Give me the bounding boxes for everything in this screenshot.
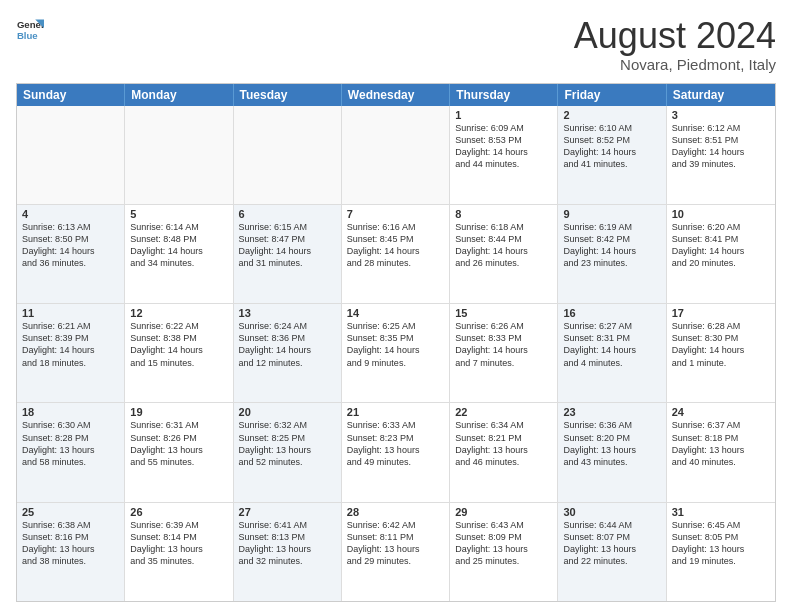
- calendar-cell: 3Sunrise: 6:12 AM Sunset: 8:51 PM Daylig…: [667, 106, 775, 204]
- calendar-cell: 2Sunrise: 6:10 AM Sunset: 8:52 PM Daylig…: [558, 106, 666, 204]
- calendar-cell: 4Sunrise: 6:13 AM Sunset: 8:50 PM Daylig…: [17, 205, 125, 303]
- cell-info: Sunrise: 6:15 AM Sunset: 8:47 PM Dayligh…: [239, 221, 336, 270]
- day-number: 8: [455, 208, 552, 220]
- calendar-cell: 11Sunrise: 6:21 AM Sunset: 8:39 PM Dayli…: [17, 304, 125, 402]
- day-number: 24: [672, 406, 770, 418]
- day-number: 5: [130, 208, 227, 220]
- day-number: 18: [22, 406, 119, 418]
- day-number: 26: [130, 506, 227, 518]
- cell-info: Sunrise: 6:28 AM Sunset: 8:30 PM Dayligh…: [672, 320, 770, 369]
- calendar-cell: [17, 106, 125, 204]
- cell-info: Sunrise: 6:26 AM Sunset: 8:33 PM Dayligh…: [455, 320, 552, 369]
- day-number: 21: [347, 406, 444, 418]
- header-day-monday: Monday: [125, 84, 233, 106]
- cell-info: Sunrise: 6:25 AM Sunset: 8:35 PM Dayligh…: [347, 320, 444, 369]
- calendar-row-4: 18Sunrise: 6:30 AM Sunset: 8:28 PM Dayli…: [17, 403, 775, 502]
- calendar-cell: 8Sunrise: 6:18 AM Sunset: 8:44 PM Daylig…: [450, 205, 558, 303]
- calendar-cell: 7Sunrise: 6:16 AM Sunset: 8:45 PM Daylig…: [342, 205, 450, 303]
- cell-info: Sunrise: 6:12 AM Sunset: 8:51 PM Dayligh…: [672, 122, 770, 171]
- cell-info: Sunrise: 6:19 AM Sunset: 8:42 PM Dayligh…: [563, 221, 660, 270]
- day-number: 29: [455, 506, 552, 518]
- header-day-tuesday: Tuesday: [234, 84, 342, 106]
- calendar-cell: 20Sunrise: 6:32 AM Sunset: 8:25 PM Dayli…: [234, 403, 342, 501]
- header-day-sunday: Sunday: [17, 84, 125, 106]
- header-day-saturday: Saturday: [667, 84, 775, 106]
- cell-info: Sunrise: 6:42 AM Sunset: 8:11 PM Dayligh…: [347, 519, 444, 568]
- day-number: 19: [130, 406, 227, 418]
- cell-info: Sunrise: 6:14 AM Sunset: 8:48 PM Dayligh…: [130, 221, 227, 270]
- calendar-cell: 10Sunrise: 6:20 AM Sunset: 8:41 PM Dayli…: [667, 205, 775, 303]
- cell-info: Sunrise: 6:44 AM Sunset: 8:07 PM Dayligh…: [563, 519, 660, 568]
- calendar-cell: [342, 106, 450, 204]
- cell-info: Sunrise: 6:43 AM Sunset: 8:09 PM Dayligh…: [455, 519, 552, 568]
- day-number: 20: [239, 406, 336, 418]
- calendar-cell: 19Sunrise: 6:31 AM Sunset: 8:26 PM Dayli…: [125, 403, 233, 501]
- day-number: 9: [563, 208, 660, 220]
- calendar-cell: 28Sunrise: 6:42 AM Sunset: 8:11 PM Dayli…: [342, 503, 450, 601]
- calendar-cell: 26Sunrise: 6:39 AM Sunset: 8:14 PM Dayli…: [125, 503, 233, 601]
- logo-icon: General Blue: [16, 16, 44, 44]
- calendar-cell: 13Sunrise: 6:24 AM Sunset: 8:36 PM Dayli…: [234, 304, 342, 402]
- calendar-header: SundayMondayTuesdayWednesdayThursdayFrid…: [17, 84, 775, 106]
- cell-info: Sunrise: 6:34 AM Sunset: 8:21 PM Dayligh…: [455, 419, 552, 468]
- calendar-cell: 30Sunrise: 6:44 AM Sunset: 8:07 PM Dayli…: [558, 503, 666, 601]
- subtitle: Novara, Piedmont, Italy: [574, 56, 776, 73]
- logo: General Blue General Blue: [16, 16, 44, 44]
- day-number: 10: [672, 208, 770, 220]
- calendar-body: 1Sunrise: 6:09 AM Sunset: 8:53 PM Daylig…: [17, 106, 775, 601]
- calendar-cell: 1Sunrise: 6:09 AM Sunset: 8:53 PM Daylig…: [450, 106, 558, 204]
- day-number: 6: [239, 208, 336, 220]
- header-day-thursday: Thursday: [450, 84, 558, 106]
- cell-info: Sunrise: 6:21 AM Sunset: 8:39 PM Dayligh…: [22, 320, 119, 369]
- cell-info: Sunrise: 6:32 AM Sunset: 8:25 PM Dayligh…: [239, 419, 336, 468]
- day-number: 23: [563, 406, 660, 418]
- day-number: 31: [672, 506, 770, 518]
- calendar-cell: 25Sunrise: 6:38 AM Sunset: 8:16 PM Dayli…: [17, 503, 125, 601]
- title-block: August 2024 Novara, Piedmont, Italy: [574, 16, 776, 73]
- cell-info: Sunrise: 6:13 AM Sunset: 8:50 PM Dayligh…: [22, 221, 119, 270]
- day-number: 25: [22, 506, 119, 518]
- calendar-cell: 18Sunrise: 6:30 AM Sunset: 8:28 PM Dayli…: [17, 403, 125, 501]
- cell-info: Sunrise: 6:27 AM Sunset: 8:31 PM Dayligh…: [563, 320, 660, 369]
- calendar-cell: [125, 106, 233, 204]
- day-number: 14: [347, 307, 444, 319]
- calendar-cell: 14Sunrise: 6:25 AM Sunset: 8:35 PM Dayli…: [342, 304, 450, 402]
- calendar-cell: 29Sunrise: 6:43 AM Sunset: 8:09 PM Dayli…: [450, 503, 558, 601]
- day-number: 30: [563, 506, 660, 518]
- svg-text:Blue: Blue: [17, 30, 38, 41]
- cell-info: Sunrise: 6:45 AM Sunset: 8:05 PM Dayligh…: [672, 519, 770, 568]
- cell-info: Sunrise: 6:33 AM Sunset: 8:23 PM Dayligh…: [347, 419, 444, 468]
- calendar-row-3: 11Sunrise: 6:21 AM Sunset: 8:39 PM Dayli…: [17, 304, 775, 403]
- day-number: 16: [563, 307, 660, 319]
- day-number: 15: [455, 307, 552, 319]
- cell-info: Sunrise: 6:39 AM Sunset: 8:14 PM Dayligh…: [130, 519, 227, 568]
- calendar-cell: 9Sunrise: 6:19 AM Sunset: 8:42 PM Daylig…: [558, 205, 666, 303]
- cell-info: Sunrise: 6:18 AM Sunset: 8:44 PM Dayligh…: [455, 221, 552, 270]
- day-number: 1: [455, 109, 552, 121]
- cell-info: Sunrise: 6:20 AM Sunset: 8:41 PM Dayligh…: [672, 221, 770, 270]
- day-number: 11: [22, 307, 119, 319]
- calendar-row-2: 4Sunrise: 6:13 AM Sunset: 8:50 PM Daylig…: [17, 205, 775, 304]
- cell-info: Sunrise: 6:41 AM Sunset: 8:13 PM Dayligh…: [239, 519, 336, 568]
- day-number: 13: [239, 307, 336, 319]
- cell-info: Sunrise: 6:16 AM Sunset: 8:45 PM Dayligh…: [347, 221, 444, 270]
- cell-info: Sunrise: 6:36 AM Sunset: 8:20 PM Dayligh…: [563, 419, 660, 468]
- day-number: 27: [239, 506, 336, 518]
- cell-info: Sunrise: 6:24 AM Sunset: 8:36 PM Dayligh…: [239, 320, 336, 369]
- calendar-row-5: 25Sunrise: 6:38 AM Sunset: 8:16 PM Dayli…: [17, 503, 775, 601]
- header-day-wednesday: Wednesday: [342, 84, 450, 106]
- calendar-cell: 31Sunrise: 6:45 AM Sunset: 8:05 PM Dayli…: [667, 503, 775, 601]
- calendar-cell: 22Sunrise: 6:34 AM Sunset: 8:21 PM Dayli…: [450, 403, 558, 501]
- calendar-cell: 27Sunrise: 6:41 AM Sunset: 8:13 PM Dayli…: [234, 503, 342, 601]
- day-number: 4: [22, 208, 119, 220]
- calendar-cell: 24Sunrise: 6:37 AM Sunset: 8:18 PM Dayli…: [667, 403, 775, 501]
- cell-info: Sunrise: 6:37 AM Sunset: 8:18 PM Dayligh…: [672, 419, 770, 468]
- calendar-cell: 6Sunrise: 6:15 AM Sunset: 8:47 PM Daylig…: [234, 205, 342, 303]
- cell-info: Sunrise: 6:30 AM Sunset: 8:28 PM Dayligh…: [22, 419, 119, 468]
- calendar-cell: [234, 106, 342, 204]
- calendar: SundayMondayTuesdayWednesdayThursdayFrid…: [16, 83, 776, 602]
- calendar-cell: 17Sunrise: 6:28 AM Sunset: 8:30 PM Dayli…: [667, 304, 775, 402]
- header: General Blue General Blue August 2024 No…: [16, 16, 776, 73]
- cell-info: Sunrise: 6:22 AM Sunset: 8:38 PM Dayligh…: [130, 320, 227, 369]
- day-number: 28: [347, 506, 444, 518]
